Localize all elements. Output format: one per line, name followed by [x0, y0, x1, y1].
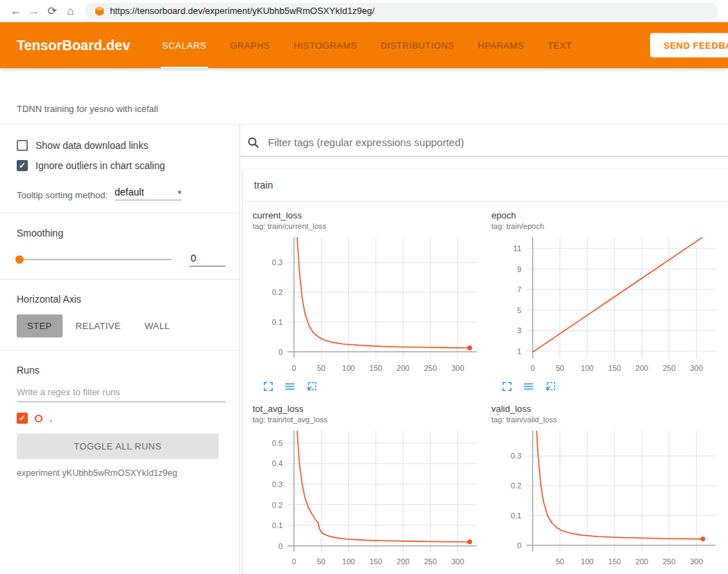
chart-toolbar — [491, 381, 728, 392]
tab-scalars[interactable]: SCALARS — [162, 22, 207, 68]
show-download-row: Show data download links — [17, 140, 225, 151]
svg-text:0: 0 — [278, 348, 283, 356]
tab-graphs[interactable]: GRAPHS — [230, 22, 270, 68]
svg-text:0.3: 0.3 — [511, 452, 521, 460]
horizontal-axis-buttons: STEP RELATIVE WALL — [17, 314, 225, 337]
chart-title: tot_avg_loss — [253, 404, 491, 415]
tab-histograms[interactable]: HISTOGRAMS — [294, 22, 357, 68]
fit-to-data-icon[interactable] — [306, 381, 317, 392]
svg-text:9: 9 — [517, 265, 521, 273]
horizontal-axis-label: Horizontal Axis — [17, 294, 225, 305]
tooltip-sorting-label: Tooltip sorting method: — [17, 190, 108, 200]
smoothing-slider[interactable] — [17, 259, 171, 260]
address-bar[interactable]: https://tensorboard.dev/experiment/yKUbh… — [85, 3, 718, 19]
svg-text:100: 100 — [581, 557, 594, 566]
divider — [0, 279, 239, 280]
svg-text:0.2: 0.2 — [511, 481, 521, 490]
smoothing-slider-row: 0 — [17, 253, 225, 266]
axis-relative-button[interactable]: RELATIVE — [65, 314, 132, 337]
svg-text:250: 250 — [663, 557, 675, 566]
tag-group-title[interactable]: train — [243, 169, 728, 202]
chart-plot[interactable]: 0501001502002503001357911 — [491, 233, 721, 376]
send-feedback-button[interactable]: SEND FEEDBACK — [650, 33, 728, 58]
app-header: TensorBoard.dev SCALARS GRAPHS HISTOGRAM… — [0, 22, 728, 68]
run-color-swatch — [35, 415, 42, 422]
horizontal-lines-icon[interactable] — [523, 381, 535, 392]
svg-text:250: 250 — [424, 364, 436, 372]
filter-tags-input[interactable] — [267, 136, 728, 149]
experiment-id-label: experiment yKUbhb5wRmOSXYkId1z9eg — [17, 468, 225, 478]
svg-text:150: 150 — [370, 557, 382, 566]
chart-tag: tag: train/current_loss — [253, 222, 491, 231]
tab-hparams[interactable]: HPARAMS — [478, 22, 524, 68]
svg-text:7: 7 — [517, 285, 521, 294]
show-download-checkbox[interactable] — [17, 140, 28, 151]
axis-wall-button[interactable]: WALL — [134, 314, 181, 337]
smoothing-slider-thumb[interactable] — [15, 255, 24, 264]
chart-tag: tag: train/epoch — [491, 222, 728, 231]
axis-step-button[interactable]: STEP — [17, 314, 63, 337]
run-checkbox[interactable]: ✓ — [17, 413, 28, 424]
fullscreen-icon[interactable] — [501, 381, 513, 392]
runs-filter-input[interactable] — [17, 383, 225, 402]
svg-text:50: 50 — [317, 364, 325, 372]
smoothing-label: Smoothing — [17, 228, 225, 239]
charts-grid: current_losstag: train/current_loss05010… — [243, 202, 728, 574]
svg-text:300: 300 — [451, 557, 464, 566]
run-row: ✓ . — [17, 413, 225, 424]
svg-text:3: 3 — [517, 326, 521, 335]
tab-text[interactable]: TEXT — [548, 22, 572, 68]
svg-text:300: 300 — [451, 364, 464, 372]
svg-text:200: 200 — [635, 557, 648, 566]
toggle-all-runs-button[interactable]: TOGGLE ALL RUNS — [17, 433, 219, 459]
ignore-outliers-row: ✓ Ignore outliers in chart scaling — [17, 160, 225, 171]
smoothing-value-input[interactable]: 0 — [189, 253, 225, 266]
svg-text:100: 100 — [342, 364, 355, 372]
main-panel: train current_losstag: train/current_los… — [240, 125, 728, 574]
tooltip-sorting-value: default — [115, 186, 144, 198]
reload-icon[interactable]: ⟳ — [43, 0, 61, 22]
svg-text:11: 11 — [514, 244, 521, 253]
fullscreen-icon[interactable] — [262, 381, 274, 392]
svg-text:0: 0 — [278, 542, 283, 550]
chart-title: current_loss — [253, 210, 491, 221]
divider — [0, 213, 239, 214]
svg-text:0.2: 0.2 — [272, 501, 283, 509]
svg-text:150: 150 — [370, 364, 382, 372]
chart-plot[interactable]: 5010015020025030000.10.20.3 — [491, 426, 721, 570]
ignore-outliers-label: Ignore outliers in chart scaling — [35, 160, 165, 171]
workspace: Show data download links ✓ Ignore outlie… — [0, 124, 728, 574]
divider — [0, 350, 239, 351]
forward-icon[interactable]: → — [25, 0, 43, 22]
fit-to-data-icon[interactable] — [544, 381, 556, 392]
svg-text:0.4: 0.4 — [272, 459, 283, 468]
chart-plot[interactable]: 05010015020025030000.10.20.30.40.5 — [253, 426, 482, 570]
back-icon[interactable]: ← — [7, 0, 25, 22]
svg-text:300: 300 — [690, 364, 702, 372]
svg-text:0.3: 0.3 — [272, 480, 283, 488]
chart-card: epochtag: train/epoch0501001502002503001… — [491, 210, 728, 392]
run-name: . — [49, 413, 52, 424]
svg-text:5: 5 — [517, 306, 521, 314]
tab-distributions[interactable]: DISTRIBUTIONS — [381, 22, 454, 68]
chart-title: valid_loss — [491, 404, 728, 415]
ignore-outliers-checkbox[interactable]: ✓ — [17, 160, 28, 171]
chart-plot[interactable]: 05010015020025030000.10.20.3 — [253, 233, 482, 376]
svg-text:0: 0 — [530, 364, 535, 372]
svg-text:150: 150 — [608, 557, 621, 566]
chart-toolbar — [253, 381, 491, 392]
svg-text:200: 200 — [397, 364, 409, 372]
nav-tabs: SCALARS GRAPHS HISTOGRAMS DISTRIBUTIONS … — [162, 22, 572, 68]
tensorboard-logo[interactable]: TensorBoard.dev — [17, 38, 130, 54]
home-icon[interactable]: ⌂ — [61, 0, 79, 22]
svg-text:0.1: 0.1 — [511, 511, 521, 520]
svg-text:150: 150 — [608, 364, 621, 372]
svg-text:50: 50 — [555, 557, 564, 566]
svg-text:0: 0 — [292, 364, 296, 372]
tooltip-sorting-dropdown[interactable]: default ▾ — [115, 186, 182, 200]
horizontal-lines-icon[interactable] — [284, 381, 296, 392]
svg-text:100: 100 — [342, 557, 355, 566]
url-text[interactable]: https://tensorboard.dev/experiment/yKUbh… — [110, 6, 374, 16]
chart-card: valid_losstag: train/valid_loss501001502… — [491, 404, 728, 574]
svg-text:50: 50 — [555, 364, 564, 372]
